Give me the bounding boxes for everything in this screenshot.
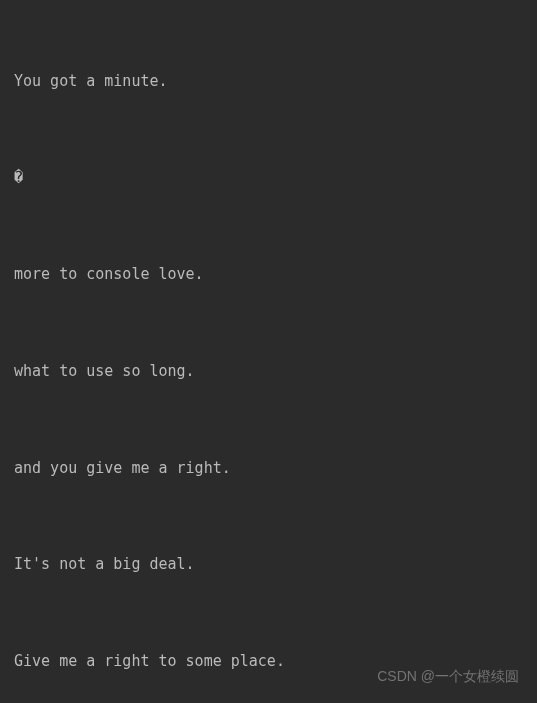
output-line: You got a minute. [14,65,523,97]
console-output: You got a minute. � more to console love… [14,0,523,703]
output-line: and you give me a right. [14,452,523,484]
output-line: more to console love. [14,258,523,290]
output-line: � [14,161,523,193]
output-line: It's not a big deal. [14,548,523,580]
output-line: what to use so long. [14,355,523,387]
output-line: Give me a right to some place. [14,645,523,677]
